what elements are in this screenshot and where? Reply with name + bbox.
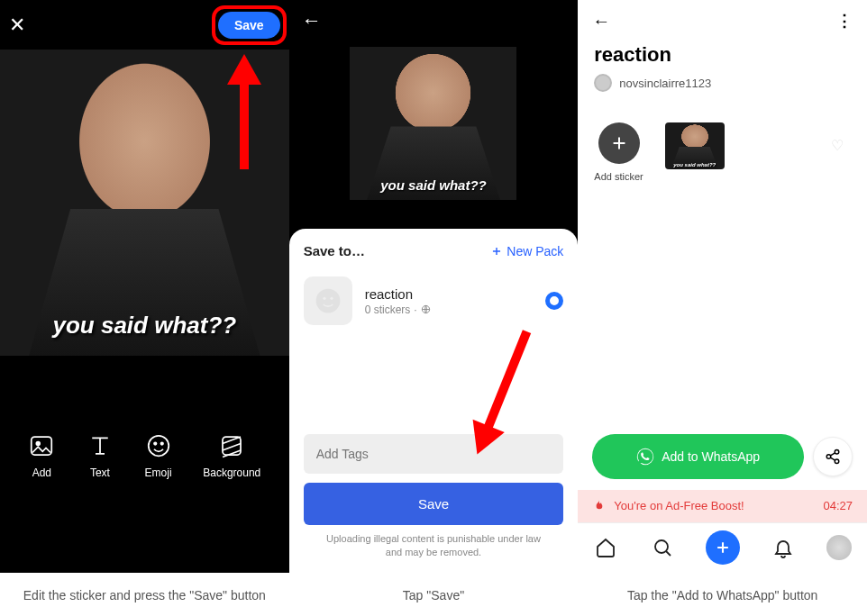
boost-banner[interactable]: You're on Ad-Free Boost! 04:27 xyxy=(578,490,867,522)
pack-name: reaction xyxy=(365,286,534,302)
tool-emoji-label: Emoji xyxy=(145,467,172,479)
page-title: reaction xyxy=(578,41,867,74)
svg-point-8 xyxy=(330,297,333,300)
save-button[interactable]: Save xyxy=(218,12,280,39)
boost-text: You're on Ad-Free Boost! xyxy=(614,499,744,512)
svg-point-11 xyxy=(835,449,839,454)
pack-header: ← ⋮ xyxy=(578,0,867,41)
close-icon[interactable]: ✕ xyxy=(9,14,25,37)
share-button[interactable] xyxy=(813,437,853,476)
tool-background[interactable]: Background xyxy=(203,432,260,479)
save-sheet: Save to… New Pack reaction 0 stickers · xyxy=(289,229,579,573)
sticker-caption: you said what?? xyxy=(350,177,516,193)
emoji-icon xyxy=(314,286,342,315)
profile-icon[interactable] xyxy=(826,535,852,560)
creator-row[interactable]: novsinclairre1123 xyxy=(578,74,867,95)
save-preview-area: you said what?? xyxy=(289,41,579,229)
pack-thumb xyxy=(304,276,352,325)
tool-text[interactable]: Text xyxy=(87,432,114,479)
sticker-caption: you said what?? xyxy=(0,312,289,340)
tutorial-arrow xyxy=(483,330,530,429)
tool-background-label: Background xyxy=(203,467,260,479)
svg-point-13 xyxy=(835,459,839,464)
disclaimer-text: Uploading illegal content is punishable … xyxy=(304,525,564,558)
step1-panel: ✕ Save you said what?? Add Text Emoji Ba… xyxy=(0,0,289,616)
sticker-item[interactable]: you said what?? xyxy=(665,122,725,169)
new-pack-button[interactable]: New Pack xyxy=(490,244,563,258)
svg-rect-0 xyxy=(32,437,52,455)
background-icon xyxy=(218,432,245,459)
heart-icon[interactable]: ♡ xyxy=(831,137,844,154)
svg-point-6 xyxy=(315,289,340,313)
whatsapp-label: Add to WhatsApp xyxy=(662,449,760,464)
whatsapp-icon xyxy=(636,448,654,466)
save-preview: you said what?? xyxy=(350,47,516,200)
step2-panel: ← you said what?? Save to… New Pack reac… xyxy=(289,0,579,616)
back-icon[interactable]: ← xyxy=(592,11,610,32)
username: novsinclairre1123 xyxy=(619,77,711,90)
svg-point-1 xyxy=(37,442,41,446)
add-sticker-button[interactable]: Add sticker xyxy=(594,122,643,182)
editor-toolbar: ✕ Save xyxy=(0,0,289,50)
step3-caption: Tap the "Add to WhatsApp" button xyxy=(578,573,867,616)
sticker-grid: Add sticker you said what?? xyxy=(578,95,867,189)
save-sheet-header: ← xyxy=(289,0,579,41)
tags-input[interactable] xyxy=(304,434,564,474)
plus-icon xyxy=(598,122,640,164)
bottom-nav xyxy=(578,522,867,573)
svg-point-14 xyxy=(655,540,668,553)
step3-panel: ← ⋮ reaction novsinclairre1123 ♡ Add sti… xyxy=(578,0,867,616)
back-icon[interactable]: ← xyxy=(302,9,322,32)
radio-selected[interactable] xyxy=(545,292,563,310)
editor-tools: Add Text Emoji Background xyxy=(0,414,289,486)
svg-point-2 xyxy=(148,436,169,457)
tool-add[interactable]: Add xyxy=(28,432,55,479)
bell-icon[interactable] xyxy=(771,535,796,560)
sheet-title: Save to… xyxy=(304,243,365,258)
step3-footer: Add to WhatsApp You're on Ad-Free Boost!… xyxy=(578,434,867,573)
home-icon[interactable] xyxy=(593,535,618,560)
boost-timer: 04:27 xyxy=(823,499,853,512)
new-pack-label: New Pack xyxy=(507,244,563,258)
plus-icon xyxy=(490,245,503,258)
tool-add-label: Add xyxy=(32,467,51,479)
step1-caption: Edit the sticker and press the "Save" bu… xyxy=(0,573,289,616)
svg-point-3 xyxy=(154,442,157,445)
svg-point-12 xyxy=(826,455,831,459)
save-button-wrap: Save xyxy=(218,12,280,39)
emoji-icon xyxy=(145,432,172,459)
share-icon xyxy=(825,448,841,465)
create-icon[interactable] xyxy=(706,530,740,565)
tool-emoji[interactable]: Emoji xyxy=(145,432,172,479)
search-icon[interactable] xyxy=(650,535,675,560)
pack-sub: 0 stickers · xyxy=(365,303,534,316)
globe-icon xyxy=(421,304,431,314)
step2-caption: Tap "Save" xyxy=(289,573,579,616)
tutorial-arrow-up xyxy=(231,54,258,171)
svg-point-4 xyxy=(160,442,163,445)
fire-icon xyxy=(592,499,607,513)
kebab-icon[interactable]: ⋮ xyxy=(836,11,853,31)
tool-text-label: Text xyxy=(90,467,110,479)
svg-point-7 xyxy=(323,297,325,300)
image-icon xyxy=(28,432,55,459)
avatar xyxy=(594,74,612,92)
save-button-large[interactable]: Save xyxy=(304,483,564,525)
add-sticker-label: Add sticker xyxy=(594,171,643,182)
sticker-caption: you said what?? xyxy=(665,162,725,168)
whatsapp-row: Add to WhatsApp xyxy=(578,434,867,490)
pack-row[interactable]: reaction 0 stickers · xyxy=(304,273,564,334)
add-to-whatsapp-button[interactable]: Add to WhatsApp xyxy=(592,434,804,479)
text-icon xyxy=(87,432,114,459)
